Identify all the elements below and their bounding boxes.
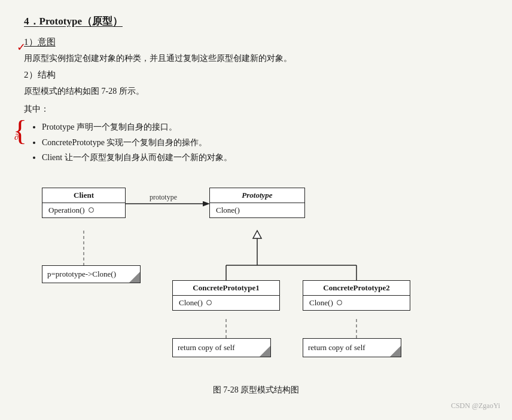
svg-marker-9 — [253, 231, 261, 238]
client-op-icon — [89, 207, 94, 213]
client-box: Client Operation() — [42, 188, 126, 218]
structure-text1: 原型模式的结构如图 7-28 所示。 — [24, 84, 488, 99]
note-return2-box: return copy of self — [303, 338, 401, 357]
bullet-list: Prototype 声明一个复制自身的接口。 ConcretePrototype… — [42, 119, 488, 165]
cp2-op-icon — [337, 300, 342, 305]
intent-label: 1）意图 — [24, 36, 488, 48]
bullet-2: ConcretePrototype 实现一个复制自身的操作。 — [42, 135, 488, 150]
page-title: 4．Prototype（原型） — [24, 14, 488, 28]
note-return1-text: return copy of self — [178, 343, 235, 352]
csdn-watermark: CSDN @ZgaoYi — [451, 401, 500, 410]
title-keyword: Prototype — [39, 16, 82, 27]
client-op: Operation() — [48, 206, 85, 215]
note-return2-text: return copy of self — [308, 343, 365, 352]
prototype-op: Clone() — [216, 206, 240, 215]
client-body: Operation() — [42, 203, 125, 217]
dog-ear-3 — [390, 346, 401, 357]
structure-label: 2）结构 — [24, 69, 488, 81]
intent-text: 用原型实例指定创建对象的种类，并且通过复制这些原型创建新的对象。 — [24, 51, 488, 66]
cp1-title: ConcretePrototype1 — [173, 281, 279, 296]
cp2-box: ConcretePrototype2 Clone() — [303, 280, 410, 311]
prototype-box: Prototype Clone() — [209, 188, 305, 218]
cp1-body: Clone() — [173, 296, 279, 310]
title-zh: （原型） — [82, 16, 123, 27]
note-clone-box: p=prototype->Clone() — [42, 265, 141, 283]
dog-ear-2 — [260, 346, 270, 357]
cp1-op: Clone() — [179, 298, 203, 308]
cp1-box: ConcretePrototype1 Clone() — [172, 280, 280, 311]
prototype-title: Prototype — [210, 188, 304, 203]
cp2-body: Clone() — [303, 296, 410, 310]
prototype-body: Clone() — [210, 203, 304, 217]
cp1-op-icon — [206, 300, 212, 305]
structure-text2: 其中： — [24, 102, 488, 117]
figure-caption: 图 7-28 原型模式结构图 — [24, 385, 488, 396]
dog-ear-1 — [129, 272, 140, 283]
note-return1-box: return copy of self — [172, 338, 271, 357]
annotation-mark: ∂ — [14, 133, 19, 142]
title-number: 4． — [24, 16, 39, 27]
bullet-1: Prototype 声明一个复制自身的接口。 — [42, 119, 488, 134]
note-clone-text: p=prototype->Clone() — [47, 269, 116, 278]
annotation-check: ✓ — [17, 41, 26, 54]
cp2-title: ConcretePrototype2 — [303, 281, 410, 296]
bullet-3: Client 让一个原型复制自身从而创建一个新的对象。 — [42, 150, 488, 165]
uml-diagram: prototype Client Operation() Pr — [24, 176, 490, 379]
svg-text:prototype: prototype — [150, 193, 177, 201]
client-title: Client — [42, 188, 125, 203]
cp2-op: Clone() — [309, 298, 333, 308]
